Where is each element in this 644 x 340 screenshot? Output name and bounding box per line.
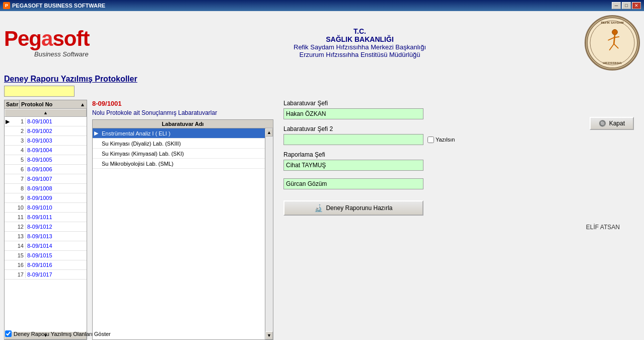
lab-row[interactable]: Su Kimyası (Diyaliz) Lab. (SKIII) — [93, 139, 265, 149]
sort-arrow-icon: ▲ — [80, 102, 85, 107]
app-icon: P — [3, 2, 10, 9]
lab-row-name: Enstrümental Analiz I ( ELI ) — [100, 129, 265, 138]
svg-text:REFİK SAYDAM: REFİK SAYDAM — [601, 21, 623, 24]
table-row[interactable]: 2 8-09/1002 — [5, 126, 87, 136]
maximize-button[interactable]: □ — [622, 2, 631, 9]
window-content: Pegasoft Business Software T.C. SAĞLIK B… — [0, 11, 644, 340]
table-row[interactable]: 15 8-09/1015 — [5, 251, 87, 260]
lab-row-indicator: ▶ — [93, 130, 100, 137]
deney-raporu-hazirla-button[interactable]: 🔬 Deney Raporunu Hazırla — [283, 200, 423, 216]
logo-text: Pegasoft — [4, 28, 145, 49]
bottom-checkbox[interactable] — [5, 330, 12, 337]
table-row[interactable]: 13 8-09/1013 — [5, 232, 87, 241]
user-label: ELİF ATSAN — [283, 224, 620, 231]
col-protokol: Protokol No ▲ — [20, 100, 87, 108]
center-header: T.C. SAĞLIK BAKANLIĞI Refik Saydam Hıfzı… — [145, 27, 575, 58]
lab-sefi2-label: Labaratuvar Şefi 2 — [283, 125, 640, 132]
bottom-checkbox-label: Deney Raporu Yazılmış Olanları Göster — [14, 331, 111, 337]
lab-scrollbar: ▲ ▼ — [265, 128, 273, 339]
lab-row[interactable]: Su Kimyası (Kimyasal) Lab. (SKI) — [93, 149, 265, 159]
raporlama-sefi-group: Raporlama Şefi — [283, 151, 640, 171]
lab-sefi2-input[interactable] — [283, 134, 423, 145]
middle-panel: 8-09/1001 Nolu Protokole ait Sonuçlanmış… — [92, 100, 273, 340]
table-body: ▶ 1 8-09/1001 2 8-09/1002 3 8-09/1003 — [5, 117, 87, 331]
lab-sefi-label: Labaratuvar Şefi — [283, 100, 640, 107]
window-controls: ─ □ ✕ — [612, 2, 641, 9]
logo-area: Pegasoft Business Software — [4, 28, 145, 58]
seal: HIFZISSIHHA REFİK SAYDAM — [585, 15, 640, 71]
table-row[interactable]: 8 8-09/1008 — [5, 184, 87, 193]
left-panel: Satır Protokol No ▲ ▲ ▶ 1 8-09/1001 — [4, 100, 87, 340]
lab-container-inner: ▶ Enstrümental Analiz I ( ELI ) Su Kimya… — [93, 128, 273, 339]
row-protokol: 8-09/1001 — [26, 118, 87, 125]
row-satir: 2 — [11, 127, 26, 134]
table-row[interactable]: 4 8-09/1004 — [5, 146, 87, 155]
kapat-label: Kapat — [609, 120, 625, 127]
table-row[interactable]: 12 8-09/1012 — [5, 222, 87, 232]
tc-text: T.C. — [145, 27, 575, 35]
yazilsin-checkbox-label[interactable]: Yazılsın — [427, 137, 455, 143]
kapat-button[interactable]: 🔘 Kapat — [590, 117, 634, 130]
table-row[interactable]: 16 8-09/1016 — [5, 260, 87, 270]
lab-sefi-input[interactable] — [283, 108, 423, 119]
logo-subtitle: Business Software — [34, 50, 145, 58]
table-row[interactable]: 11 8-09/1011 — [5, 213, 87, 222]
table-header: Satır Protokol No ▲ — [5, 100, 87, 109]
center-line3: Refik Saydam Hıfzıssıhha Merkezi Başkanl… — [145, 43, 575, 51]
seal-area: HIFZISSIHHA REFİK SAYDAM — [575, 15, 640, 71]
table-row[interactable]: 9 8-09/1009 — [5, 193, 87, 203]
raporlama-sefi-label: Raporlama Şefi — [283, 151, 640, 158]
row-satir: 1 — [11, 118, 26, 125]
action-btn-icon: 🔬 — [314, 204, 323, 212]
lab-sefi-group: Labaratuvar Şefi — [283, 100, 640, 119]
page-title: Deney Raporu Yazılmış Protokoller — [4, 75, 640, 84]
yazilsin-text: Yazılsın — [436, 137, 455, 143]
bottom-bar: Deney Raporu Yazılmış Olanları Göster — [5, 330, 111, 337]
row-indicator: ▶ — [5, 118, 11, 125]
lab-sefi2-group: Labaratuvar Şefi 2 Yazılsın — [283, 125, 640, 145]
protocol-table: Satır Protokol No ▲ ▲ ▶ 1 8-09/1001 — [4, 100, 87, 340]
title-bar: P PEGASOFT BUSINESS SOFTWARE ─ □ ✕ — [0, 0, 644, 11]
header: Pegasoft Business Software T.C. SAĞLIK B… — [4, 15, 640, 71]
filter-input[interactable] — [4, 86, 75, 97]
center-line4: Erzurum Hıfzıssıhha Enstitüsü Müdürlüğü — [145, 51, 575, 58]
raporlama-sefi-input[interactable] — [283, 160, 423, 171]
yazilsin-checkbox[interactable] — [427, 137, 434, 143]
svg-text:HIFZISSIHHA: HIFZISSIHHA — [603, 61, 622, 64]
lab-table-body: ▶ Enstrümental Analiz I ( ELI ) Su Kimya… — [93, 128, 265, 339]
lab-row[interactable]: ▶ Enstrümental Analiz I ( ELI ) — [93, 128, 265, 139]
table-row[interactable]: 7 8-09/1007 — [5, 174, 87, 184]
row-protokol: 8-09/1002 — [26, 127, 87, 134]
lab-subtitle: Nolu Protokole ait Sonuçlanmış Labaratuv… — [92, 109, 273, 116]
svg-point-2 — [612, 29, 618, 35]
lab-row[interactable]: Su Mikrobiyolojisi Lab. (SML) — [93, 159, 265, 169]
protocol-info: 8-09/1001 — [92, 100, 273, 107]
lab-sefi2-row: Yazılsın — [283, 134, 640, 145]
right-panel: Labaratuvar Şefi Labaratuvar Şefi 2 Yazı… — [278, 100, 640, 340]
lab-table-header: Labaratuvar Adı — [93, 120, 273, 128]
muduryardimcisi-group — [283, 177, 640, 189]
table-row[interactable]: 17 8-09/1017 — [5, 270, 87, 280]
table-row[interactable]: 5 8-09/1005 — [5, 155, 87, 165]
muduryardimcisi-input[interactable] — [283, 178, 423, 189]
minimize-button[interactable]: ─ — [612, 2, 621, 9]
scroll-up-btn[interactable]: ▲ — [5, 109, 87, 117]
lab-scroll-track — [265, 137, 273, 331]
page-title-area: Deney Raporu Yazılmış Protokoller — [4, 75, 640, 97]
table-row[interactable]: 6 8-09/1006 — [5, 165, 87, 174]
action-btn-label: Deney Raporunu Hazırla — [326, 205, 392, 212]
table-row[interactable]: 3 8-09/1003 — [5, 136, 87, 146]
col-satir: Satır — [5, 100, 20, 108]
ministry-text: SAĞLIK BAKANLIĞI — [145, 35, 575, 43]
table-row[interactable]: 10 8-09/1010 — [5, 203, 87, 213]
kapat-icon: 🔘 — [599, 120, 606, 127]
main-content: Satır Protokol No ▲ ▲ ▶ 1 8-09/1001 — [4, 100, 640, 340]
lab-scroll-up-btn[interactable]: ▲ — [265, 128, 273, 137]
table-row[interactable]: ▶ 1 8-09/1001 — [5, 117, 87, 126]
title-bar-text: PEGASOFT BUSINESS SOFTWARE — [12, 3, 105, 9]
svg-point-0 — [587, 18, 637, 68]
lab-scroll-down-btn[interactable]: ▼ — [265, 331, 273, 339]
svg-line-3 — [614, 35, 615, 44]
table-row[interactable]: 14 8-09/1014 — [5, 241, 87, 251]
window-close-button[interactable]: ✕ — [632, 2, 641, 9]
